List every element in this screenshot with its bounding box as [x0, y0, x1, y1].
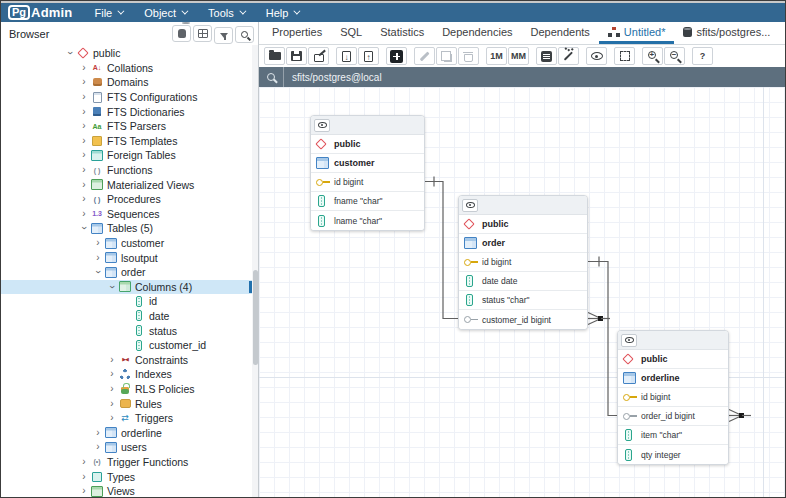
tree-item-orderline[interactable]: ›orderline	[1, 425, 258, 440]
expand-icon[interactable]: ›	[79, 121, 89, 131]
many-to-many-button[interactable]: MM	[508, 47, 529, 65]
menu-help[interactable]: Help	[266, 7, 299, 19]
tab-sfits-postgres[interactable]: sfits/postgres...	[674, 22, 779, 44]
tree-item-customer[interactable]: ›customer	[1, 236, 258, 251]
save-project-button[interactable]	[286, 47, 307, 65]
tree-item-order[interactable]: ›order	[1, 265, 258, 280]
expand-icon[interactable]: ›	[93, 238, 103, 248]
tree-item-triggers[interactable]: ›Triggers	[1, 411, 258, 426]
add-table-button[interactable]	[386, 47, 407, 65]
tree-item-fts-parsers[interactable]: ›FTS Parsers	[1, 119, 258, 134]
tab-dependents[interactable]: Dependents	[522, 22, 599, 44]
tree-item-foreign-tables[interactable]: ›Foreign Tables	[1, 148, 258, 163]
generate-sql-button[interactable]	[336, 47, 357, 65]
expand-icon[interactable]: ›	[93, 253, 103, 263]
expand-icon[interactable]: ›	[93, 428, 103, 438]
collapse-icon[interactable]: ›	[65, 48, 75, 58]
collapse-icon[interactable]: ›	[107, 282, 117, 292]
tree-item-date[interactable]: ›date	[1, 309, 258, 324]
expand-icon[interactable]: ›	[93, 442, 103, 452]
auto-align-button[interactable]	[558, 47, 579, 65]
toggle-details-button[interactable]	[462, 199, 478, 212]
expand-icon[interactable]: ›	[79, 194, 89, 204]
tree-item-columns-4[interactable]: ›Columns (4)	[1, 280, 258, 295]
expand-icon[interactable]: ›	[79, 107, 89, 117]
toggle-details-button[interactable]	[314, 119, 330, 132]
tree-item-trigger-functions[interactable]: ›Trigger Functions	[1, 455, 258, 470]
tree-item-tables-5[interactable]: ›Tables (5)	[1, 221, 258, 236]
tree-item-users[interactable]: ›users	[1, 440, 258, 455]
expand-icon[interactable]: ›	[79, 150, 89, 160]
expand-icon[interactable]: ›	[79, 77, 89, 87]
tab-untitled[interactable]: Untitled*	[599, 22, 675, 44]
tree-item-lsoutput[interactable]: ›lsoutput	[1, 250, 258, 265]
expand-icon[interactable]: ›	[107, 384, 117, 394]
tree-item-domains[interactable]: ›Domains	[1, 75, 258, 90]
tree-item-functions[interactable]: ›Functions	[1, 163, 258, 178]
expand-icon[interactable]: ›	[79, 63, 89, 73]
expand-icon[interactable]: ›	[79, 472, 89, 482]
tree-item-views[interactable]: ›Views	[1, 484, 258, 497]
tree-item-indexes[interactable]: ›Indexes	[1, 367, 258, 382]
filter-button[interactable]	[214, 27, 233, 44]
tab-statistics[interactable]: Statistics	[371, 22, 433, 44]
tree-item-collations[interactable]: ›Collations	[1, 61, 258, 76]
dashboard-grid-button[interactable]	[193, 25, 212, 42]
tab-sfits-p[interactable]: sfits/p	[779, 22, 786, 44]
tab-properties[interactable]: Properties	[263, 22, 331, 44]
tree-item-fts-configurations[interactable]: ›FTS Configurations	[1, 90, 258, 105]
download-image-button[interactable]	[358, 47, 379, 65]
edit-table-button[interactable]	[414, 47, 435, 65]
tree-item-rules[interactable]: ›Rules	[1, 396, 258, 411]
tree-item-constraints[interactable]: ›Constraints	[1, 352, 258, 367]
collapse-icon[interactable]: ›	[79, 223, 89, 233]
help-button[interactable]: ?	[692, 47, 713, 65]
tree-scrollbar-thumb[interactable]	[253, 270, 258, 365]
tree-item-customer-id[interactable]: ›customer_id	[1, 338, 258, 353]
menu-tools[interactable]: Tools	[208, 7, 244, 19]
tab-sql[interactable]: SQL	[331, 22, 371, 44]
tree-item-fts-templates[interactable]: ›FTS Templates	[1, 134, 258, 149]
tree-item-procedures[interactable]: ›Procedures	[1, 192, 258, 207]
tree-item-fts-dictionaries[interactable]: ›FTS Dictionaries	[1, 104, 258, 119]
one-to-many-button[interactable]: 1M	[486, 47, 507, 65]
object-explorer-button[interactable]	[172, 25, 191, 42]
show-details-button[interactable]	[586, 47, 607, 65]
node-header[interactable]	[459, 196, 587, 215]
expand-icon[interactable]: ›	[79, 180, 89, 190]
zoom-to-fit-button[interactable]	[614, 47, 635, 65]
erd-canvas[interactable]: publiccustomerid bigintfname "char"lname…	[259, 87, 785, 497]
expand-icon[interactable]: ›	[79, 92, 89, 102]
open-project-button[interactable]	[264, 47, 285, 65]
erd-table-node-orderline[interactable]: publicorderlineid bigintorder_id biginti…	[617, 330, 729, 465]
zoom-out-button[interactable]	[664, 47, 685, 65]
tree-scrollbar-track[interactable]	[252, 45, 258, 497]
expand-icon[interactable]: ›	[79, 165, 89, 175]
tree-item-public[interactable]: ›public	[1, 46, 258, 61]
collapse-icon[interactable]: ›	[93, 267, 103, 277]
search-button[interactable]	[235, 26, 254, 43]
expand-icon[interactable]: ›	[79, 486, 89, 496]
expand-icon[interactable]: ›	[107, 369, 117, 379]
save-as-button[interactable]	[308, 47, 329, 65]
node-header[interactable]	[311, 116, 424, 135]
tree-item-status[interactable]: ›status	[1, 323, 258, 338]
tree-item-sequences[interactable]: ›Sequences	[1, 207, 258, 222]
expand-icon[interactable]: ›	[107, 355, 117, 365]
expand-icon[interactable]: ›	[79, 209, 89, 219]
toggle-details-button[interactable]	[621, 334, 637, 347]
drop-table-button[interactable]	[458, 47, 479, 65]
erd-table-node-order[interactable]: publicorderid bigintdate datestatus "cha…	[458, 195, 588, 330]
tree-item-materialized-views[interactable]: ›Materialized Views	[1, 177, 258, 192]
zoom-in-button[interactable]	[642, 47, 663, 65]
expand-icon[interactable]: ›	[79, 457, 89, 467]
tree-item-types[interactable]: ›Types	[1, 469, 258, 484]
expand-icon[interactable]: ›	[107, 399, 117, 409]
clone-table-button[interactable]	[436, 47, 457, 65]
tree-item-rls-policies[interactable]: ›RLS Policies	[1, 382, 258, 397]
tab-dependencies[interactable]: Dependencies	[433, 22, 521, 44]
expand-icon[interactable]: ›	[107, 413, 117, 423]
erd-table-node-customer[interactable]: publiccustomerid bigintfname "char"lname…	[310, 115, 425, 231]
expand-icon[interactable]: ›	[79, 136, 89, 146]
add-note-button[interactable]	[536, 47, 557, 65]
